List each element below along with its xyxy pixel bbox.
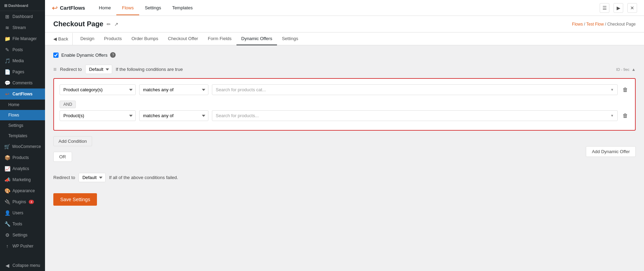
failed-redirect-label: Redirect to bbox=[53, 175, 75, 180]
file-manager-icon: 📁 bbox=[4, 36, 10, 41]
enable-label: Enable Dynamic Offers bbox=[61, 53, 107, 58]
posts-icon: ✎ bbox=[4, 47, 10, 53]
add-condition-button[interactable]: Add Condition bbox=[53, 136, 92, 146]
sidebar-item-label: Appearance bbox=[12, 188, 35, 193]
sidebar-item-wp-pusher[interactable]: ↑ WP Pusher bbox=[0, 241, 45, 252]
rule-group: ≡ Redirect to Default If the following c… bbox=[53, 65, 636, 146]
condition-operator-select-1[interactable]: matches any of matches none of bbox=[139, 84, 208, 95]
back-arrow-icon: ◀ bbox=[53, 36, 57, 41]
condition-type-select-1[interactable]: Product category(s) Product(s) Cart tota… bbox=[60, 84, 136, 95]
plugin-icon-2[interactable]: ▶ bbox=[614, 3, 623, 13]
sidebar-item-plugins[interactable]: 🔌 Plugins 4 bbox=[0, 196, 45, 207]
help-icon[interactable]: ? bbox=[110, 52, 116, 58]
external-link-icon[interactable]: ↗ bbox=[114, 21, 118, 27]
sidebar-item-comments[interactable]: 💬 Comments bbox=[0, 77, 45, 88]
products-icon: 📦 bbox=[4, 155, 10, 160]
sidebar-item-collapse[interactable]: ◀ Collapse menu bbox=[0, 260, 45, 271]
plugin-nav-settings[interactable]: Settings bbox=[139, 1, 167, 15]
condition-type-select-2[interactable]: Product category(s) Product(s) Cart tota… bbox=[60, 110, 136, 121]
or-button[interactable]: OR bbox=[53, 152, 72, 162]
cartflows-icon: ↩ bbox=[4, 91, 10, 97]
cartflows-logo-text: CartFlows bbox=[60, 5, 85, 11]
sidebar-item-settings[interactable]: ⚙ Settings bbox=[0, 230, 45, 241]
sidebar-item-posts[interactable]: ✎ Posts bbox=[0, 44, 45, 55]
sidebar-item-templates-sub[interactable]: Templates bbox=[0, 131, 45, 141]
tab-settings[interactable]: Settings bbox=[277, 32, 303, 45]
sidebar-item-file-manager[interactable]: 📁 File Manager bbox=[0, 33, 45, 44]
sidebar-item-pages[interactable]: 📄 Pages bbox=[0, 66, 45, 77]
plugin-nav-templates[interactable]: Templates bbox=[167, 1, 198, 15]
delete-condition-1[interactable]: 🗑 bbox=[621, 85, 629, 94]
sidebar-item-label: Dashboard bbox=[12, 14, 33, 19]
failed-row: Redirect to Default If all of the above … bbox=[53, 173, 636, 182]
sidebar-item-label: Settings bbox=[12, 233, 27, 237]
plugin-icon-3[interactable]: ✕ bbox=[627, 3, 637, 13]
sidebar-item-analytics[interactable]: 📈 Analytics bbox=[0, 163, 45, 174]
tab-design[interactable]: Design bbox=[75, 32, 99, 45]
sidebar-item-media[interactable]: 🎵 Media bbox=[0, 55, 45, 66]
breadcrumb: Flows / Test Flow / Checkout Page bbox=[572, 22, 636, 27]
condition-search-2[interactable]: Search for products... ▼ bbox=[212, 110, 618, 121]
add-dynamic-offer-button[interactable]: Add Dynamic Offer bbox=[586, 146, 636, 157]
tab-order-bumps[interactable]: Order Bumps bbox=[127, 32, 163, 45]
content-area: Enable Dynamic Offers ? ≡ Redirect to De… bbox=[45, 45, 644, 271]
sidebar-item-users[interactable]: 👤 Users bbox=[0, 207, 45, 218]
conditions-box: Product category(s) Product(s) Cart tota… bbox=[53, 78, 636, 131]
and-badge: AND bbox=[60, 99, 629, 110]
breadcrumb-test-flow[interactable]: Test Flow bbox=[586, 22, 604, 27]
sidebar-item-label: WP Pusher bbox=[12, 244, 33, 249]
plugin-nav: Home Flows Settings Templates bbox=[93, 1, 198, 15]
analytics-icon: 📈 bbox=[4, 166, 10, 171]
sidebar-item-cartflows[interactable]: ↩ CartFlows bbox=[0, 88, 45, 100]
plugin-header-icons: ☰ ▶ ✕ bbox=[600, 3, 637, 13]
sidebar-item-label: Collapse menu bbox=[12, 263, 40, 268]
collapse-icon: ◀ bbox=[4, 263, 10, 268]
media-icon: 🎵 bbox=[4, 58, 10, 64]
plugin-nav-flows[interactable]: Flows bbox=[116, 1, 139, 15]
enable-checkbox[interactable] bbox=[53, 53, 59, 58]
tab-products[interactable]: Products bbox=[99, 32, 126, 45]
drag-handle-icon[interactable]: ≡ bbox=[53, 66, 56, 73]
sidebar-item-flows-sub[interactable]: Flows bbox=[0, 110, 45, 120]
page-title: Checkout Page bbox=[53, 20, 103, 28]
edit-icon[interactable]: ✏ bbox=[107, 21, 111, 27]
redirect-select[interactable]: Default bbox=[85, 65, 112, 74]
sidebar-item-label: Posts bbox=[12, 47, 23, 52]
sidebar-item-settings-sub[interactable]: Settings bbox=[0, 120, 45, 131]
tab-checkout-offer[interactable]: Checkout Offer bbox=[163, 32, 203, 45]
plugin-nav-home[interactable]: Home bbox=[93, 1, 117, 15]
breadcrumb-current: Checkout Page bbox=[607, 22, 636, 27]
sidebar: ⊞ Dashboard ⊞ Dashboard ≋ Stream 📁 File … bbox=[0, 0, 45, 271]
collapse-button[interactable]: ▲ bbox=[632, 67, 636, 72]
back-button[interactable]: ◀ Back bbox=[53, 33, 73, 45]
breadcrumb-flows[interactable]: Flows bbox=[572, 22, 583, 27]
marketing-icon: 📣 bbox=[4, 177, 10, 183]
condition-row-2: Product category(s) Product(s) Cart tota… bbox=[60, 110, 629, 121]
condition-operator-select-2[interactable]: matches any of matches none of bbox=[139, 110, 208, 121]
plugin-icon-1[interactable]: ☰ bbox=[600, 3, 609, 13]
delete-condition-2[interactable]: 🗑 bbox=[621, 111, 629, 120]
sidebar-item-label: Marketing bbox=[12, 177, 31, 182]
save-settings-button[interactable]: Save Settings bbox=[53, 193, 97, 206]
sidebar-item-label: Analytics bbox=[12, 166, 29, 171]
sidebar-item-label: Stream bbox=[12, 25, 26, 30]
rule-id: ID - 9ec bbox=[616, 67, 630, 72]
sidebar-item-woocommerce[interactable]: 🛒 WooCommerce bbox=[0, 141, 45, 152]
condition-search-1[interactable]: Search for products cat... ▼ bbox=[212, 84, 618, 95]
sidebar-item-marketing[interactable]: 📣 Marketing bbox=[0, 174, 45, 185]
settings-icon: ⚙ bbox=[4, 232, 10, 238]
failed-redirect-select[interactable]: Default bbox=[79, 173, 106, 182]
tab-form-fields[interactable]: Form Fields bbox=[203, 32, 236, 45]
sidebar-item-home-sub[interactable]: Home bbox=[0, 100, 45, 110]
appearance-icon: 🎨 bbox=[4, 188, 10, 194]
or-add-row: OR Add Dynamic Offer bbox=[53, 146, 636, 167]
sidebar-item-dashboard[interactable]: ⊞ Dashboard bbox=[0, 11, 45, 22]
sidebar-item-tools[interactable]: 🔧 Tools bbox=[0, 218, 45, 230]
tab-dynamic-offers[interactable]: Dynamic Offers bbox=[236, 32, 277, 45]
cartflows-logo[interactable]: ↩ CartFlows bbox=[52, 4, 85, 12]
condition-row-1: Product category(s) Product(s) Cart tota… bbox=[60, 84, 629, 95]
sidebar-item-products[interactable]: 📦 Products bbox=[0, 152, 45, 163]
sidebar-item-stream[interactable]: ≋ Stream bbox=[0, 22, 45, 33]
failed-text: If all of the above conditions failed. bbox=[109, 175, 178, 180]
sidebar-item-appearance[interactable]: 🎨 Appearance bbox=[0, 185, 45, 196]
